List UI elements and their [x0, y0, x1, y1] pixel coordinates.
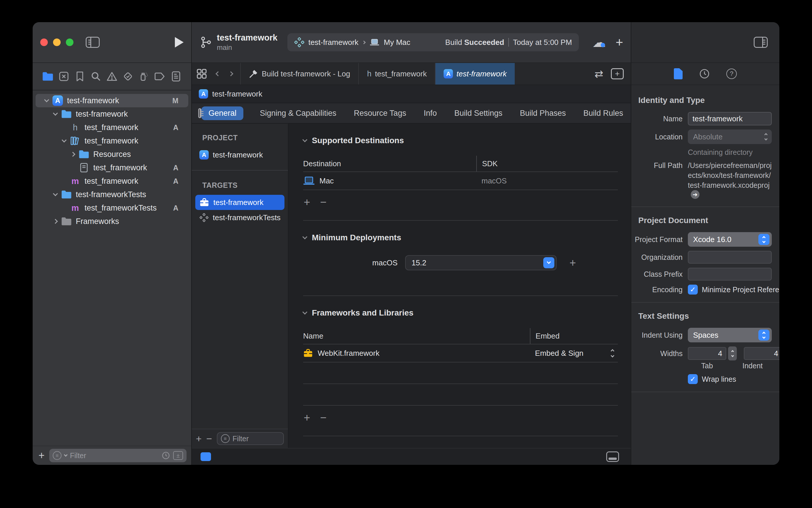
- tab-width-stepper[interactable]: [728, 346, 737, 361]
- tree-row-tests-group[interactable]: test-frameworkTests: [36, 188, 188, 201]
- combobox-dropdown-button[interactable]: [543, 257, 554, 268]
- scm-filter-icon[interactable]: ±: [173, 451, 183, 460]
- library-add-button[interactable]: +: [616, 35, 623, 50]
- hide-targets-pane-icon[interactable]: [198, 108, 201, 118]
- disclosure-chevron-icon[interactable]: [41, 99, 52, 102]
- forward-button[interactable]: [224, 63, 240, 85]
- tree-row-tests-file[interactable]: m test_frameworkTests A: [36, 201, 188, 215]
- breakpoints-navigator-icon[interactable]: [153, 70, 167, 83]
- close-window-button[interactable]: [40, 39, 48, 46]
- tree-row-markdown-file[interactable]: test_framework A: [36, 161, 188, 174]
- add-deployment-button[interactable]: +: [570, 257, 576, 269]
- tests-navigator-icon[interactable]: [122, 70, 134, 83]
- cloud-sync-icon[interactable]: ☁: [592, 34, 606, 50]
- activity-status[interactable]: Build Succeeded Today at 5:00 PM: [445, 38, 572, 47]
- project-navigator-icon[interactable]: [41, 70, 54, 83]
- wrap-lines-checkbox[interactable]: ✓: [688, 374, 698, 384]
- framework-row-webkit[interactable]: WebKit.framework Embed & Sign: [303, 344, 618, 363]
- zoom-window-button[interactable]: [66, 39, 74, 46]
- name-field[interactable]: [688, 112, 772, 125]
- organization-field[interactable]: [688, 251, 772, 264]
- tree-row-resources[interactable]: Resources: [36, 147, 188, 161]
- disclosure-chevron-icon[interactable]: [59, 139, 70, 142]
- indent-width-field[interactable]: [744, 347, 779, 360]
- add-file-button[interactable]: +: [39, 450, 45, 461]
- minimize-references-checkbox[interactable]: ✓: [688, 285, 698, 295]
- target-row-tests[interactable]: test-frameworkTests: [195, 210, 284, 225]
- section-chevron-icon[interactable]: [303, 137, 308, 142]
- disclosure-chevron-icon[interactable]: [50, 193, 61, 196]
- issues-navigator-icon[interactable]: [105, 70, 118, 83]
- run-destination-name[interactable]: My Mac: [384, 38, 410, 47]
- navigator-titlebar: [33, 22, 191, 63]
- tab-width-field[interactable]: [688, 347, 726, 360]
- targets-filter-field[interactable]: ≡ Filter: [217, 432, 284, 445]
- disclosure-chevron-icon[interactable]: [50, 220, 61, 223]
- find-navigator-icon[interactable]: [89, 70, 102, 83]
- swap-editors-icon[interactable]: ⇄: [595, 68, 603, 80]
- scheme-name[interactable]: test-framework: [308, 38, 359, 47]
- project-format-popup[interactable]: Xcode 16.0: [688, 232, 772, 247]
- tab-build-log[interactable]: Build test-framework - Log: [240, 63, 358, 85]
- tab-info[interactable]: Info: [422, 107, 438, 120]
- tree-row-group[interactable]: test-framework: [36, 107, 188, 121]
- column-header-destination: Destination: [303, 159, 476, 168]
- minimize-window-button[interactable]: [53, 39, 61, 46]
- remove-destination-button[interactable]: −: [320, 196, 326, 209]
- editor-options-icon[interactable]: [200, 452, 211, 461]
- target-row-framework[interactable]: test-framework: [195, 195, 284, 210]
- tree-row-header-file[interactable]: h test_framework A: [36, 121, 188, 134]
- reveal-in-finder-arrow-icon[interactable]: ➔: [691, 190, 700, 199]
- help-inspector-icon[interactable]: ?: [726, 69, 737, 79]
- run-button[interactable]: [175, 37, 184, 47]
- tab-signing-capabilities[interactable]: Signing & Capabilities: [259, 107, 337, 120]
- tab-build-phases[interactable]: Build Phases: [519, 107, 567, 120]
- tree-row-source-file[interactable]: m test_framework A: [36, 174, 188, 188]
- remove-framework-button[interactable]: −: [320, 412, 326, 424]
- source-control-navigator-icon[interactable]: [57, 70, 70, 83]
- location-popup[interactable]: Absolute: [688, 129, 772, 144]
- navigator-filter-field[interactable]: ≡ Filter ±: [49, 449, 186, 462]
- recent-files-clock-icon[interactable]: [162, 451, 170, 460]
- destination-row-mac[interactable]: Mac macOS: [303, 172, 618, 190]
- disclosure-chevron-icon[interactable]: [50, 112, 61, 116]
- tab-general[interactable]: General: [201, 107, 243, 120]
- app-project-icon: A: [444, 69, 453, 78]
- reports-navigator-icon[interactable]: [170, 70, 182, 83]
- scheme-and-activity-view[interactable]: test-framework My Mac Build Succeeded To…: [287, 33, 579, 51]
- add-editor-icon[interactable]: +: [611, 68, 624, 79]
- tab-project-editor[interactable]: A test-framework: [435, 63, 515, 85]
- history-inspector-icon[interactable]: [699, 68, 710, 79]
- inspector-panel: ? Identity and Type Name Location Absolu…: [631, 22, 779, 465]
- section-chevron-icon[interactable]: [303, 310, 308, 315]
- indent-using-popup[interactable]: Spaces: [688, 328, 772, 342]
- embed-setting-popup[interactable]: Embed & Sign: [535, 349, 584, 358]
- tab-resource-tags[interactable]: Resource Tags: [353, 107, 407, 120]
- toggle-navigator-icon[interactable]: [86, 37, 100, 48]
- class-prefix-field[interactable]: [688, 268, 772, 281]
- deployment-version-combobox[interactable]: 15.2: [405, 255, 557, 270]
- add-target-button[interactable]: +: [196, 433, 202, 444]
- toggle-inspector-icon[interactable]: [754, 37, 768, 48]
- status-divider: [508, 38, 509, 47]
- tab-overview-icon[interactable]: [192, 63, 212, 85]
- debug-navigator-icon[interactable]: [138, 70, 150, 83]
- tree-row-project-root[interactable]: A test-framework M: [36, 94, 188, 107]
- tree-row-docc-catalog[interactable]: test_framework: [36, 134, 188, 147]
- remove-target-button[interactable]: −: [206, 433, 212, 444]
- folder-icon: [61, 110, 72, 118]
- tab-header-file[interactable]: h test_framework: [358, 63, 435, 85]
- tab-build-settings[interactable]: Build Settings: [453, 107, 504, 120]
- breadcrumb-item[interactable]: test-framework: [212, 89, 262, 98]
- tab-build-rules[interactable]: Build Rules: [582, 107, 624, 120]
- add-framework-button[interactable]: +: [304, 412, 310, 424]
- bookmarks-navigator-icon[interactable]: [74, 70, 86, 83]
- back-button[interactable]: [212, 63, 224, 85]
- add-destination-button[interactable]: +: [304, 196, 310, 209]
- section-chevron-icon[interactable]: [303, 235, 308, 240]
- disclosure-chevron-icon[interactable]: [67, 153, 78, 156]
- toggle-debug-area-icon[interactable]: [606, 452, 619, 462]
- project-row[interactable]: A test-framework: [195, 147, 284, 162]
- file-inspector-icon[interactable]: [674, 68, 683, 79]
- tree-row-frameworks-group[interactable]: Frameworks: [36, 215, 188, 228]
